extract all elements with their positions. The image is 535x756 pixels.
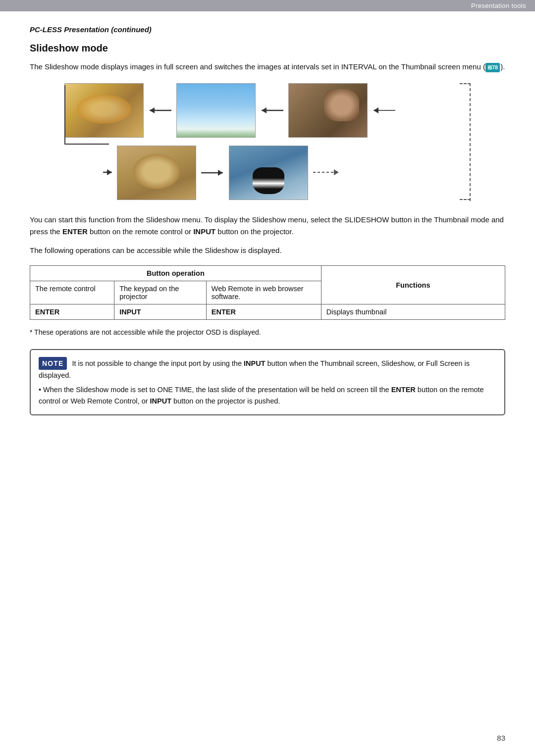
- slideshow-diagram: [64, 83, 471, 200]
- slide-image-2: [176, 83, 256, 138]
- note-label: NOTE: [39, 357, 67, 370]
- header-label: Presentation tools: [471, 2, 526, 9]
- subtitle: PC-LESS Presentation (continued): [30, 25, 505, 34]
- svg-marker-7: [107, 169, 112, 175]
- table-subheader-keypad: The keypad on the projector: [114, 281, 207, 304]
- page-content: PC-LESS Presentation (continued) Slidesh…: [0, 11, 535, 435]
- note-box: NOTE It is not possible to change the in…: [30, 349, 505, 415]
- arrow-3: [368, 104, 400, 116]
- body-paragraph-1: You can start this function from the Sli…: [30, 214, 505, 238]
- note-input-bold2: INPUT: [150, 397, 172, 405]
- intro-text-before: The Slideshow mode displays images in fu…: [30, 62, 485, 71]
- intro-paragraph: The Slideshow mode displays images in fu…: [30, 61, 505, 72]
- note-bullet2-end: button on the projector is pushed.: [171, 397, 280, 405]
- diagram-bottom-row: [64, 146, 471, 200]
- slide-image-3: [288, 83, 368, 138]
- table-cell-keypad: INPUT: [114, 304, 207, 320]
- arrow-to-bracket: [312, 166, 342, 180]
- note-enter-bold: ENTER: [391, 386, 416, 394]
- enter-bold-1: ENTER: [62, 227, 88, 236]
- body-text-3: button on the projector.: [215, 227, 294, 236]
- svg-marker-3: [262, 107, 267, 113]
- intro-text-after: ).: [500, 62, 505, 71]
- arrow-2: [256, 104, 288, 116]
- input-bold-1: INPUT: [193, 227, 215, 236]
- note-input-bold: INPUT: [244, 359, 266, 367]
- note-bullet1-text: It is not possible to change the input p…: [72, 359, 244, 367]
- svg-marker-11: [334, 169, 339, 175]
- slide-image-5: [229, 146, 308, 200]
- body-paragraph-2: The following operations can be accessib…: [30, 245, 505, 256]
- table-subheader-web: Web Remote in web browser software.: [206, 281, 321, 304]
- arrow-1: [144, 104, 176, 116]
- bottom-arrow-right: [103, 166, 115, 180]
- body-text-2: button on the remote control or: [88, 227, 193, 236]
- arrow-4: [196, 167, 229, 179]
- page-link-icon: ⊞78: [485, 63, 500, 72]
- dashed-bracket-bottom: [460, 199, 471, 200]
- table-cell-web: ENTER: [206, 304, 321, 320]
- section-title: Slideshow mode: [30, 43, 505, 54]
- svg-marker-9: [218, 170, 223, 176]
- note-line-1: NOTE It is not possible to change the in…: [39, 357, 496, 382]
- operations-table: Button operation Functions The remote co…: [30, 265, 505, 320]
- table-row-1: ENTER INPUT ENTER Displays thumbnail: [30, 304, 505, 320]
- svg-marker-5: [374, 107, 378, 113]
- note-bullet2-start: •: [39, 386, 43, 394]
- table-header-button-op: Button operation: [30, 266, 321, 281]
- slide-image-1: [64, 83, 144, 138]
- note-bullet2-text: When the Slideshow mode is set to ONE TI…: [43, 386, 391, 394]
- asterisk-note: * These operations are not accessible wh…: [30, 327, 505, 338]
- page-number: 83: [497, 734, 505, 742]
- table-cell-remote: ENTER: [30, 304, 114, 320]
- slide-image-4: [117, 146, 196, 200]
- svg-marker-1: [150, 107, 155, 113]
- table-header-functions: Functions: [321, 266, 505, 304]
- table-cell-functions: Displays thumbnail: [321, 304, 505, 320]
- note-line-2: • When the Slideshow mode is set to ONE …: [39, 384, 496, 407]
- diagram-top-row: [64, 83, 471, 138]
- table-subheader-remote: The remote control: [30, 281, 114, 304]
- header-bar: Presentation tools: [0, 0, 535, 11]
